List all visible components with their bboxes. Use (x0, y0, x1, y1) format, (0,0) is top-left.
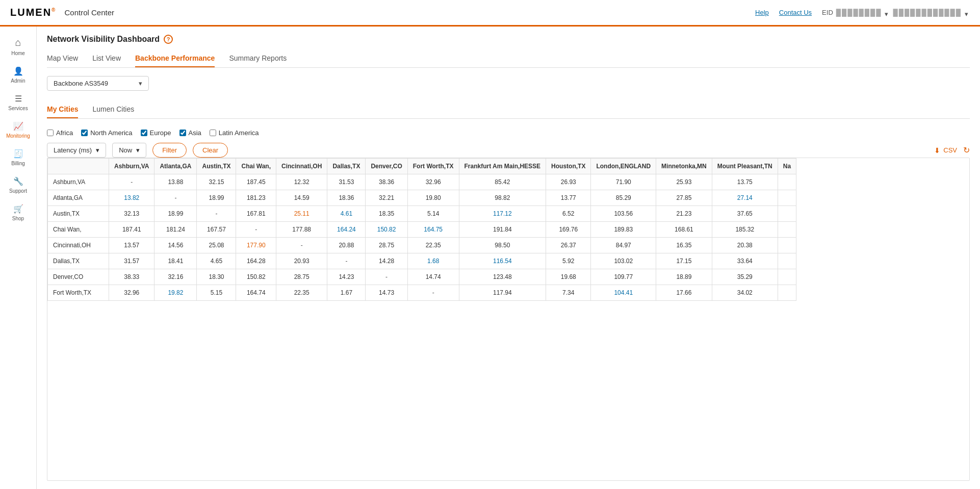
cell-7-2: 5.15 (197, 285, 236, 301)
checkbox-europe[interactable] (141, 130, 147, 136)
table-row: Ashburn,VA-13.8832.15187.4512.3231.5338.… (48, 174, 796, 190)
top-navigation: LUMEN® Control Center Help Contact Us EI… (0, 0, 980, 27)
cell-6-1: 32.16 (154, 269, 197, 285)
eid-label: EID (822, 9, 833, 16)
cell-1-11: 27.85 (656, 190, 712, 206)
cell-7-3: 164.74 (236, 285, 276, 301)
checkbox-africa[interactable] (47, 130, 54, 136)
table-row: Austin,TX32.1318.99-167.8125.114.6118.35… (48, 206, 796, 222)
sidebar-item-billing[interactable]: 🧾 Billing (0, 144, 36, 171)
cell-7-6: 14.73 (366, 285, 407, 301)
contact-link[interactable]: Contact Us (779, 9, 812, 16)
cell-6-12: 35.29 (712, 269, 778, 285)
city-tab-lumen-cities[interactable]: Lumen Cities (92, 101, 134, 118)
services-icon: ☰ (15, 94, 22, 104)
row-city-dallas-tx: Dallas,TX (48, 253, 109, 269)
cell-0-5: 31.53 (327, 174, 366, 190)
cell-4-11: 16.35 (656, 238, 712, 253)
cell-5-1: 18.41 (154, 253, 197, 269)
csv-export[interactable]: ⬇ CSV (934, 146, 957, 155)
tab-summary-reports[interactable]: Summary Reports (229, 50, 287, 67)
table-row: Atlanta,GA13.82-18.99181.2314.5918.3632.… (48, 190, 796, 206)
checkbox-asia[interactable] (179, 130, 186, 136)
checkbox-north-america[interactable] (81, 130, 88, 136)
cell-5-6: 14.28 (366, 253, 407, 269)
cell-7-13 (778, 285, 796, 301)
tab-backbone-performance[interactable]: Backbone Performance (135, 50, 215, 67)
dashboard-help-icon[interactable]: ? (164, 35, 173, 44)
cell-7-9: 7.34 (546, 285, 591, 301)
filter-button[interactable]: Filter (152, 143, 187, 158)
user-dropdown-icon[interactable] (965, 10, 970, 15)
refresh-icon[interactable]: ↻ (963, 145, 970, 155)
col-header-denver: Denver,CO (366, 159, 407, 174)
col-header-fortworth: Fort Worth,TX (407, 159, 459, 174)
label-north-america: North America (90, 129, 132, 137)
latency-select[interactable]: Latency (ms) ▾ (47, 143, 106, 158)
city-tabs: My Cities Lumen Cities (47, 101, 970, 119)
filter-europe[interactable]: Europe (141, 129, 171, 137)
sidebar-item-home[interactable]: ⌂ Home (0, 32, 36, 61)
filter-africa[interactable]: Africa (47, 129, 73, 137)
time-arrow: ▾ (136, 146, 140, 154)
table-row: Fort Worth,TX32.9619.825.15164.7422.351.… (48, 285, 796, 301)
table-row: Dallas,TX31.5718.414.65164.2820.93-14.28… (48, 253, 796, 269)
cell-0-13 (778, 174, 796, 190)
cell-5-3: 164.28 (236, 253, 276, 269)
eid-value: ████████ (836, 9, 882, 16)
cell-3-1: 181.24 (154, 222, 197, 238)
sidebar-label-services: Services (8, 106, 28, 111)
eid-user: ████████████ (893, 9, 962, 16)
filter-asia[interactable]: Asia (179, 129, 201, 137)
cell-1-8: 98.82 (459, 190, 546, 206)
sidebar-item-shop[interactable]: 🛒 Shop (0, 199, 36, 226)
cell-1-5: 18.36 (327, 190, 366, 206)
filter-latin-america[interactable]: Latin America (210, 129, 259, 137)
city-tab-my-cities[interactable]: My Cities (47, 101, 78, 118)
col-header-minnetonka: Minnetonka,MN (656, 159, 712, 174)
checkbox-latin-america[interactable] (210, 130, 216, 136)
sidebar-item-admin[interactable]: 👤 Admin (0, 61, 36, 89)
cell-2-11: 21.23 (656, 206, 712, 222)
top-nav-right: Help Contact Us EID ████████ ███████████… (755, 9, 970, 16)
clear-button[interactable]: Clear (193, 143, 228, 158)
cell-0-12: 13.75 (712, 174, 778, 190)
help-link[interactable]: Help (755, 9, 769, 16)
cell-6-2: 18.30 (197, 269, 236, 285)
col-header-london: London,ENGLAND (591, 159, 656, 174)
cell-2-10: 103.56 (591, 206, 656, 222)
filter-north-america[interactable]: North America (81, 129, 132, 137)
cell-6-6: - (366, 269, 407, 285)
lumen-logo: LUMEN® (10, 7, 56, 18)
cell-3-10: 189.83 (591, 222, 656, 238)
sidebar-label-billing: Billing (11, 161, 25, 166)
cell-0-4: 12.32 (276, 174, 327, 190)
sidebar-item-services[interactable]: ☰ Services (0, 89, 36, 116)
cell-2-2: - (197, 206, 236, 222)
cell-2-1: 18.99 (154, 206, 197, 222)
tab-map-view[interactable]: Map View (47, 50, 78, 67)
cell-2-5: 4.61 (327, 206, 366, 222)
cell-1-13 (778, 190, 796, 206)
row-city-chai-wan-: Chai Wan, (48, 222, 109, 238)
cell-7-4: 22.35 (276, 285, 327, 301)
cell-0-10: 71.90 (591, 174, 656, 190)
sidebar-item-monitoring[interactable]: 📈 Monitoring (0, 116, 36, 144)
eid-dropdown-icon[interactable] (885, 10, 890, 15)
col-header-chaiwan: Chai Wan, (236, 159, 276, 174)
col-header-houston: Houston,TX (546, 159, 591, 174)
cell-1-0: 13.82 (109, 190, 154, 206)
filter-controls: Latency (ms) ▾ Now ▾ Filter Clear ⬇ CSV … (47, 143, 970, 158)
cell-2-6: 18.35 (366, 206, 407, 222)
sidebar-item-support[interactable]: 🔧 Support (0, 171, 36, 199)
cell-5-11: 17.15 (656, 253, 712, 269)
tab-list-view[interactable]: List View (92, 50, 121, 67)
col-header-cincinnati: Cincinnati,OH (276, 159, 327, 174)
data-table-container[interactable]: Ashburn,VA Atlanta,GA Austin,TX Chai Wan… (47, 158, 970, 481)
backbone-dropdown[interactable]: Backbone AS3549 ▾ (47, 76, 149, 91)
cell-6-11: 18.89 (656, 269, 712, 285)
cell-7-11: 17.66 (656, 285, 712, 301)
cell-2-12: 37.65 (712, 206, 778, 222)
time-select[interactable]: Now ▾ (112, 143, 146, 158)
cell-4-0: 13.57 (109, 238, 154, 253)
